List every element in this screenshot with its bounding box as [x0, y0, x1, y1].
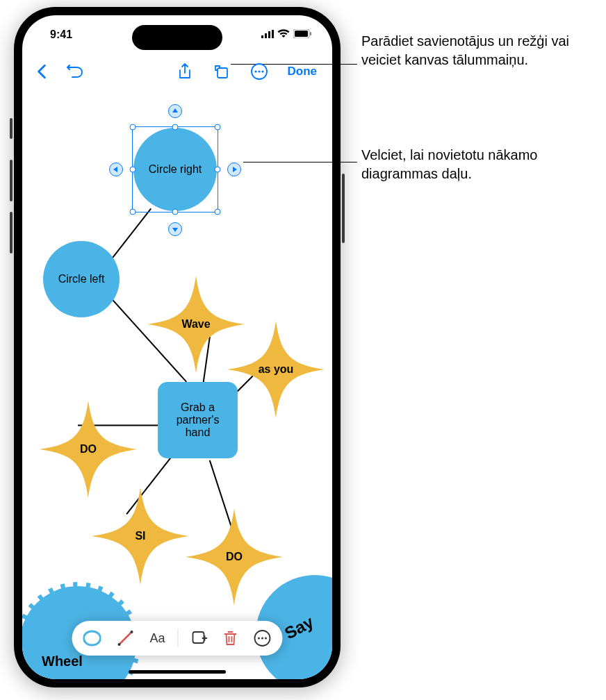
toolbar-separator: [178, 629, 179, 647]
text-tool-label: Aa: [149, 631, 165, 646]
node-label: as you: [259, 363, 294, 376]
text-style-button[interactable]: Aa: [147, 628, 167, 649]
svg-point-18: [258, 638, 260, 640]
dynamic-island: [132, 25, 222, 50]
svg-rect-6: [310, 32, 311, 35]
svg-point-10: [258, 70, 260, 72]
callout-canvas-options: Parādiet savienotājus un režģi vai veici…: [361, 32, 598, 69]
drag-handle-bottom[interactable]: [168, 222, 182, 236]
node-label: DO: [226, 551, 243, 563]
drag-handle-left[interactable]: [109, 162, 123, 176]
node-label: SI: [135, 530, 145, 542]
callout-leader-line: [243, 162, 357, 162]
fill-color-button[interactable]: [80, 626, 104, 650]
svg-point-9: [254, 70, 256, 72]
svg-point-20: [265, 638, 267, 640]
drag-handle-right[interactable]: [227, 162, 241, 176]
node-circle-right[interactable]: Circle right: [133, 128, 217, 211]
node-star-si[interactable]: SI: [92, 488, 189, 585]
bottom-toolbar: Aa: [72, 621, 282, 656]
svg-point-11: [261, 70, 263, 72]
undo-button[interactable]: [64, 61, 86, 82]
svg-rect-0: [261, 35, 263, 38]
node-circle-left[interactable]: Circle left: [43, 241, 120, 317]
svg-line-13: [118, 631, 132, 645]
svg-point-14: [117, 643, 120, 646]
svg-rect-2: [268, 31, 270, 38]
svg-rect-3: [272, 30, 274, 38]
share-button[interactable]: [175, 60, 195, 83]
canvas[interactable]: Circle left Grab a partner's hand Wave a…: [22, 15, 332, 679]
more-button[interactable]: [247, 60, 271, 83]
callout-drag-handle: Velciet, lai novietotu nākamo diagrammas…: [361, 146, 598, 183]
svg-rect-5: [295, 31, 308, 37]
drag-handle-top[interactable]: [168, 104, 182, 118]
node-label: Wheel: [42, 653, 83, 669]
done-button[interactable]: Done: [284, 62, 322, 81]
node-label: Wave: [181, 318, 210, 331]
add-shape-button[interactable]: [188, 627, 211, 649]
canvas-options-button[interactable]: [210, 60, 232, 83]
svg-rect-16: [193, 632, 204, 643]
top-toolbar: Done: [22, 54, 332, 89]
battery-icon: [293, 28, 311, 41]
node-star-do1[interactable]: DO: [40, 401, 137, 498]
home-indicator: [129, 670, 226, 674]
more-options-button[interactable]: [251, 626, 275, 650]
cellular-icon: [261, 28, 274, 41]
node-label: DO: [80, 443, 97, 456]
phone-frame: 9:41 Done: [14, 7, 341, 688]
node-label: Grab a partner's hand: [163, 401, 232, 439]
node-label: Circle left: [58, 273, 105, 285]
svg-point-19: [261, 638, 263, 640]
delete-button[interactable]: [220, 627, 241, 649]
node-star-as-you[interactable]: as you: [227, 321, 325, 418]
clock-label: 9:41: [50, 28, 72, 41]
node-grab-partner[interactable]: Grab a partner's hand: [158, 382, 238, 458]
svg-rect-1: [265, 33, 267, 38]
svg-rect-7: [218, 68, 227, 78]
screen: 9:41 Done: [22, 15, 332, 679]
back-button[interactable]: [33, 61, 50, 82]
svg-point-12: [83, 631, 100, 645]
wifi-icon: [277, 28, 290, 41]
node-label: Circle right: [149, 163, 202, 176]
stroke-style-button[interactable]: [113, 626, 137, 650]
svg-point-15: [130, 631, 133, 633]
node-star-do2[interactable]: DO: [186, 508, 283, 606]
